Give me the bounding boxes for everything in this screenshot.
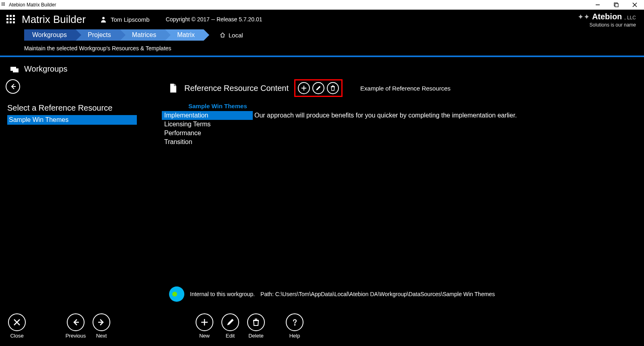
window-titlebar: Atebion Matrix Builder: [0, 0, 644, 10]
home-icon: [220, 32, 225, 38]
brand-block: ✦✦ Atebion, LLC Solutions is our name: [578, 12, 636, 28]
content-description: Our approach will produce benefits for y…: [254, 111, 644, 119]
content-item[interactable]: Implementation: [162, 111, 253, 120]
delete-label: Delete: [248, 333, 264, 339]
crumb-matrices[interactable]: Matrices: [120, 29, 165, 41]
content-item-list: Implementation Licensing Terms Performan…: [162, 111, 253, 146]
status-scope-label: Internal to this workgroup.: [190, 291, 255, 297]
delete-button[interactable]: Delete: [245, 313, 267, 339]
new-button[interactable]: New: [193, 313, 216, 339]
content-tool-highlight: [294, 79, 343, 97]
location-indicator: Local: [220, 32, 243, 39]
user-name-label: Tom Lipscomb: [111, 16, 150, 23]
left-panel-title: Select a Reference Resource: [7, 103, 137, 113]
previous-button[interactable]: Previous: [64, 313, 87, 339]
brand-tagline: Solutions is our name: [578, 22, 636, 28]
next-button[interactable]: Next: [90, 313, 113, 339]
app-grip-icon: [2, 2, 6, 7]
content-delete-button[interactable]: [327, 82, 339, 94]
breadcrumb: Workgroups Projects Matrices Matrix Loca…: [0, 29, 644, 41]
crumb-workgroups[interactable]: Workgroups: [24, 29, 76, 41]
status-indicator-icon: [169, 286, 184, 302]
close-label: Close: [10, 333, 23, 339]
svg-rect-2: [615, 4, 618, 7]
brand-suffix: , LLC: [624, 15, 636, 21]
next-label: Next: [96, 333, 107, 339]
location-label: Local: [229, 32, 243, 39]
content-item[interactable]: Transition: [162, 138, 253, 146]
breadcrumb-subtext: Maintain the selected Workgroup's Resour…: [0, 41, 644, 56]
close-button[interactable]: Close: [6, 313, 28, 339]
new-label: New: [199, 333, 210, 339]
help-button[interactable]: Help: [283, 313, 306, 339]
window-title: Atebion Matrix Builder: [9, 2, 56, 8]
content-group-heading: Sample Win Themes: [188, 103, 644, 109]
content-add-button[interactable]: [298, 82, 310, 94]
previous-label: Previous: [66, 333, 86, 339]
content-item[interactable]: Performance: [162, 129, 253, 138]
bottom-toolbar: Close Previous Next New Edit Delete Help: [0, 310, 644, 342]
copyright-label: Copyright © 2017 -- Release 5.7.20.01: [166, 16, 262, 23]
crumb-projects[interactable]: Projects: [76, 29, 120, 41]
content-item[interactable]: Licensing Terms: [162, 120, 253, 129]
svg-point-14: [294, 324, 295, 325]
content-title: Reference Resource Content: [184, 84, 289, 93]
brand-name: Atebion: [592, 12, 622, 21]
minimize-button[interactable]: [588, 0, 607, 10]
svg-point-5: [102, 17, 105, 19]
section-heading: Workgroups: [0, 57, 644, 74]
svg-rect-7: [13, 68, 19, 72]
status-path-label: Path: C:\Users\Tom\AppData\Local\Atebion…: [260, 291, 495, 297]
window-close-button[interactable]: [625, 0, 644, 10]
content-header: Reference Resource Content Example of Re…: [169, 79, 644, 97]
resource-item[interactable]: Sample Win Themes: [7, 115, 137, 125]
status-row: Internal to this workgroup. Path: C:\Use…: [0, 286, 644, 302]
current-user: Tom Lipscomb: [100, 16, 150, 23]
resource-list: Sample Win Themes: [7, 115, 137, 125]
edit-label: Edit: [226, 333, 235, 339]
app-menu-icon[interactable]: [6, 15, 15, 24]
user-icon: [100, 16, 107, 23]
puzzle-icon: ✦✦: [578, 12, 590, 21]
workgroups-icon: [10, 66, 19, 72]
edit-button[interactable]: Edit: [219, 313, 242, 339]
document-icon: [169, 83, 177, 93]
section-title: Workgroups: [24, 64, 67, 74]
maximize-button[interactable]: [607, 0, 625, 10]
app-header: Matrix Builder Tom Lipscomb Copyright © …: [0, 10, 644, 29]
example-label: Example of Reference Resources: [360, 85, 450, 92]
content-edit-button[interactable]: [312, 82, 324, 94]
help-label: Help: [289, 333, 300, 339]
app-title: Matrix Builder: [22, 13, 86, 26]
crumb-matrix[interactable]: Matrix: [165, 29, 204, 41]
